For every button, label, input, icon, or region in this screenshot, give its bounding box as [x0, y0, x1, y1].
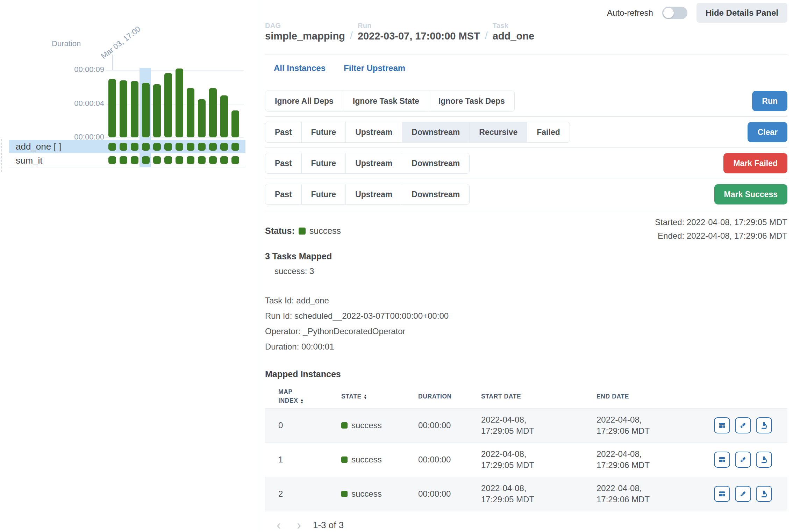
mapped-instance-row[interactable]: 2 success 00:00:00 2022-04-08, 17:29:05 …: [265, 477, 787, 511]
prev-page-button[interactable]: ‹: [277, 519, 281, 532]
task-instance-square[interactable]: [120, 156, 127, 164]
microscope-button[interactable]: [756, 486, 772, 502]
task-instance-square[interactable]: [231, 143, 239, 151]
next-page-button[interactable]: ›: [297, 519, 301, 532]
tab-all-instances[interactable]: All Instances: [274, 63, 326, 73]
duration-bar[interactable]: [187, 88, 194, 137]
tab-filter-upstream[interactable]: Filter Upstream: [344, 63, 405, 73]
task-instance-square[interactable]: [198, 143, 206, 151]
grid-details-button[interactable]: [714, 452, 730, 468]
task-instance-square[interactable]: [164, 143, 172, 151]
option-downstream[interactable]: Downstream: [402, 122, 470, 143]
option-upstream[interactable]: Upstream: [345, 153, 402, 174]
duration-bar[interactable]: [120, 80, 127, 137]
task-instance-square[interactable]: [153, 143, 161, 151]
log-button[interactable]: [735, 486, 751, 502]
col-map-index[interactable]: Map Index▲▼: [265, 388, 314, 405]
clear-button[interactable]: Clear: [748, 122, 787, 142]
task-instance-square[interactable]: [231, 156, 239, 164]
duration-bar[interactable]: [198, 99, 206, 137]
duration-bar[interactable]: [153, 84, 161, 137]
auto-refresh-toggle[interactable]: [662, 7, 687, 19]
microscope-button[interactable]: [756, 417, 772, 433]
duration-bar[interactable]: [209, 88, 217, 137]
task-instance-square[interactable]: [176, 143, 183, 151]
duration-bar[interactable]: [108, 79, 116, 137]
duration-cell: 00:00:00: [418, 489, 481, 499]
state-cell: success: [341, 420, 418, 430]
option-future[interactable]: Future: [301, 153, 346, 174]
task-instance-square[interactable]: [187, 156, 194, 164]
grid-view-icon: [718, 490, 726, 498]
tasks-mapped-title: 3 Tasks Mapped: [265, 251, 787, 261]
option-ignore-all-deps[interactable]: Ignore All Deps: [265, 91, 343, 112]
task-row-label-add-one[interactable]: add_one [ ]: [16, 140, 61, 153]
col-state[interactable]: State▲▼: [341, 393, 418, 400]
run-times: Started: 2022-04-08, 17:29:05 MDT Ended:…: [655, 216, 787, 243]
mapped-instance-row[interactable]: 0 success 00:00:00 2022-04-08, 17:29:05 …: [265, 409, 787, 443]
microscope-button[interactable]: [756, 452, 772, 468]
option-past[interactable]: Past: [265, 153, 302, 174]
task-instance-square[interactable]: [120, 143, 127, 151]
duration-bar[interactable]: [142, 83, 150, 137]
duration-bar[interactable]: [131, 81, 138, 137]
task-instance-square[interactable]: [108, 156, 116, 164]
mark-failed-options-row: PastFutureUpstreamDownstream Mark Failed: [265, 148, 787, 179]
task-instance-square[interactable]: [131, 143, 138, 151]
task-instance-square[interactable]: [209, 143, 217, 151]
task-instance-square[interactable]: [220, 156, 228, 164]
deps-options-group: Ignore All DepsIgnore Task StateIgnore T…: [265, 91, 515, 112]
status-row: Status: success Started: 2022-04-08, 17:…: [265, 210, 787, 246]
option-recursive[interactable]: Recursive: [469, 122, 527, 143]
hide-details-panel-button[interactable]: Hide Details Panel: [696, 3, 787, 23]
grid-details-button[interactable]: [714, 486, 730, 502]
duration-bar[interactable]: [176, 69, 183, 137]
task-instance-square[interactable]: [209, 156, 217, 164]
duration-bar[interactable]: [164, 73, 172, 137]
task-instance-square[interactable]: [164, 156, 172, 164]
option-downstream[interactable]: Downstream: [402, 153, 470, 174]
state-cell: success: [341, 489, 418, 499]
option-past[interactable]: Past: [265, 184, 302, 205]
run-button[interactable]: Run: [752, 91, 787, 111]
duration-bar[interactable]: [220, 95, 228, 137]
task-instance-square[interactable]: [187, 143, 194, 151]
y-tick-label: 00:00:04: [52, 99, 104, 108]
sort-icon[interactable]: ▲▼: [300, 398, 304, 404]
option-upstream[interactable]: Upstream: [345, 122, 402, 143]
mapped-instance-row[interactable]: 1 success 00:00:00 2022-04-08, 17:29:05 …: [265, 443, 787, 477]
microscope-icon: [760, 490, 768, 498]
grid-details-button[interactable]: [714, 417, 730, 433]
success-status-square: [299, 228, 306, 235]
option-ignore-task-deps[interactable]: Ignore Task Deps: [429, 91, 515, 112]
option-past[interactable]: Past: [265, 122, 302, 143]
task-value[interactable]: add_one: [493, 30, 534, 42]
run-value[interactable]: 2022-03-07, 17:00:00 MST: [358, 30, 480, 42]
mark-success-button[interactable]: Mark Success: [714, 184, 787, 204]
log-button[interactable]: [735, 417, 751, 433]
task-instance-square[interactable]: [176, 156, 183, 164]
mark-failed-button[interactable]: Mark Failed: [723, 153, 787, 173]
dag-value[interactable]: simple_mapping: [265, 30, 345, 42]
option-future[interactable]: Future: [301, 184, 346, 205]
option-failed[interactable]: Failed: [527, 122, 570, 143]
mark-failed-options-group: PastFutureUpstreamDownstream: [265, 153, 470, 174]
task-row-label-sum-it[interactable]: sum_it: [16, 154, 43, 167]
duration-bar[interactable]: [231, 110, 239, 137]
option-ignore-task-state[interactable]: Ignore Task State: [343, 91, 429, 112]
task-instance-square[interactable]: [131, 156, 138, 164]
task-instance-square[interactable]: [198, 156, 206, 164]
option-downstream[interactable]: Downstream: [402, 184, 470, 205]
task-instance-square[interactable]: [142, 156, 150, 164]
option-future[interactable]: Future: [301, 122, 346, 143]
mark-success-options-group: PastFutureUpstreamDownstream: [265, 184, 470, 205]
log-button[interactable]: [735, 452, 751, 468]
task-instance-square[interactable]: [220, 143, 228, 151]
task-instance-square[interactable]: [142, 143, 150, 151]
option-upstream[interactable]: Upstream: [345, 184, 402, 205]
task-instance-square[interactable]: [153, 156, 161, 164]
breadcrumb: DAG simple_mapping / Run 2022-03-07, 17:…: [265, 22, 787, 42]
sort-icon[interactable]: ▲▼: [364, 394, 367, 400]
task-instance-square[interactable]: [108, 143, 116, 151]
run-id-line: Run Id: scheduled__2022-03-07T00:00:00+0…: [265, 308, 787, 324]
